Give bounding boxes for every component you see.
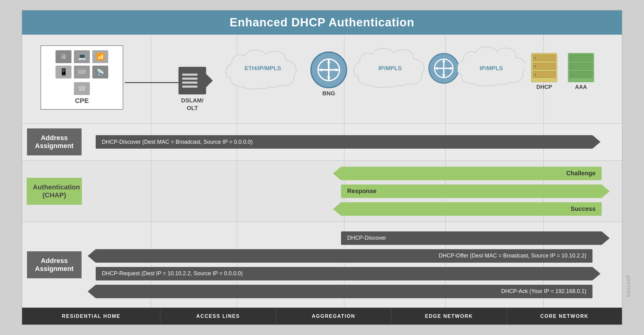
dhcp-discover2-arrow: DHCP-Discover <box>341 231 602 245</box>
monitor-icon: 🖥 <box>56 50 71 63</box>
cpe-dslam-line <box>125 82 183 83</box>
section2: Authentication(CHAP) Challenge Response <box>22 161 622 222</box>
dhcp-request-arrow: DHCP-Request (Dest IP = 10.10.2.2, Sourc… <box>96 267 592 280</box>
challenge-arrow-row: Challenge <box>341 167 610 180</box>
section2-label-cell: Authentication(CHAP) <box>22 161 86 222</box>
page-title: Enhanced DHCP Authentication <box>22 16 622 29</box>
wifi-icon: 📶 <box>92 50 108 63</box>
router-icon: 📡 <box>92 66 108 78</box>
diagram-content: 🖥 💻 📶 📱 ⌨ 📡 ☎ CPE <box>22 35 622 325</box>
eth-cloud-label: ETH/IP/MPLS <box>244 65 281 72</box>
section1-label: Address Assignment <box>27 128 82 155</box>
cpe-container: 🖥 💻 📶 📱 ⌨ 📡 ☎ CPE <box>40 45 123 110</box>
aaa-server-icon <box>568 53 594 82</box>
section1-arrows: DHCP-Discover (Dest MAC = Broadcast, Sou… <box>86 124 622 160</box>
challenge-arrow: Challenge <box>341 167 602 180</box>
router1-container <box>428 53 459 84</box>
eth-cloud: ETH/IP/MPLS <box>224 44 301 93</box>
section2-label: Authentication(CHAP) <box>27 178 82 205</box>
success-arrow: Success <box>341 202 602 216</box>
dhcp-server-icon <box>531 53 557 82</box>
section3-label-cell: Address Assignment <box>22 222 86 307</box>
aaa-container: AAA <box>568 53 594 90</box>
router1-icon <box>428 53 459 84</box>
dhcp-ack-arrow: DHCP-Ack (Your IP = 192.168.0.1) <box>96 285 592 298</box>
footer-col2: ACCESS LINES <box>160 308 276 325</box>
cpe-box: 🖥 💻 📶 📱 ⌨ 📡 ☎ CPE <box>40 45 123 110</box>
response-arrow: Response <box>341 185 602 198</box>
title-bar: Enhanced DHCP Authentication <box>22 10 622 35</box>
bng-icon <box>310 51 347 88</box>
dhcp-discover-arrow-row: DHCP-Discover (Dest MAC = Broadcast, Sou… <box>96 135 600 149</box>
footer-col4: EDGE NETWORK <box>391 308 507 325</box>
dhcp-offer-arrow-row: DHCP-Offer (Dest MAC = Broadcast, Source… <box>96 249 600 263</box>
dhcp-label: DHCP <box>536 84 552 90</box>
mobile-icon: 📱 <box>56 66 71 78</box>
section3-label: Address Assignment <box>27 251 82 278</box>
watermark: g042869 <box>626 275 631 297</box>
aaa-label: AAA <box>575 84 587 90</box>
footer-col3: AGGREGATION <box>276 308 391 325</box>
bng-container: BNG <box>310 51 347 97</box>
response-arrow-row: Response <box>341 185 610 198</box>
dhcp-container: DHCP <box>531 53 557 90</box>
dhcp-offer-arrow: DHCP-Offer (Dest MAC = Broadcast, Source… <box>96 249 592 263</box>
footer-col1: RESIDENTIAL HOME <box>22 308 160 325</box>
ipmpls2-cloud-container: IP/MPLS <box>458 44 525 93</box>
footer-col5: CORE NETWORK <box>507 308 622 325</box>
ipmpls2-label: IP/MPLS <box>480 65 503 72</box>
success-arrow-row: Success <box>341 202 610 216</box>
bng-label: BNG <box>322 90 335 97</box>
ipmpls1-cloud: IP/MPLS <box>353 44 427 93</box>
section2-arrows: Challenge Response Success <box>86 161 622 222</box>
dhcp-discover2-arrow-row: DHCP-Discover <box>341 231 610 245</box>
footer-row: RESIDENTIAL HOME ACCESS LINES AGGREGATIO… <box>22 308 622 325</box>
ipmpls2-cloud: IP/MPLS <box>458 44 525 93</box>
section3-arrows: DHCP-Discover DHCP-Offer (Dest MAC = Bro… <box>86 222 622 307</box>
dslam-container: DSLAM/OLT <box>178 67 206 112</box>
section3: Address Assignment DHCP-Discover DHCP-Of… <box>22 222 622 308</box>
cpe-label: CPE <box>75 97 89 105</box>
section1: Address Assignment DHCP-Discover (Dest M… <box>22 124 622 161</box>
section1-label-cell: Address Assignment <box>22 124 86 160</box>
eth-cloud-container: ETH/IP/MPLS <box>224 44 301 93</box>
ipmpls1-cloud-container: IP/MPLS <box>353 44 427 93</box>
dhcp-discover-arrow: DHCP-Discover (Dest MAC = Broadcast, Sou… <box>96 135 592 149</box>
dslam-icon <box>178 67 206 94</box>
dhcp-request-arrow-row: DHCP-Request (Dest IP = 10.10.2.2, Sourc… <box>96 267 600 280</box>
ipmpls1-label: IP/MPLS <box>378 65 402 72</box>
laptop-icon: 💻 <box>74 50 90 63</box>
dslam-label: DSLAM/OLT <box>181 97 204 112</box>
dhcp-ack-arrow-row: DHCP-Ack (Your IP = 192.168.0.1) <box>96 285 600 298</box>
keyboard-icon: ⌨ <box>74 66 90 78</box>
telephone-icon: ☎ <box>74 82 90 95</box>
